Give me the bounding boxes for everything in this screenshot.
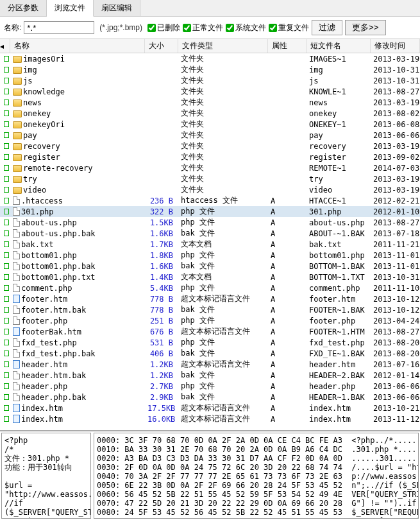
table-row[interactable]: header.htm1.2KB超文本标记语言文件Aheader.htm2013-…: [0, 359, 420, 370]
col-date[interactable]: 修改时间: [371, 39, 420, 53]
row-checkbox[interactable]: [0, 230, 9, 236]
row-checkbox[interactable]: [0, 340, 9, 345]
table-row[interactable]: onekeyOri文件夹ONEKEY~12013-06-08 1: [0, 119, 420, 130]
col-name[interactable]: 名称: [10, 39, 145, 53]
row-checkbox[interactable]: [0, 383, 9, 389]
row-checkbox[interactable]: [0, 285, 9, 291]
table-row[interactable]: onekey文件夹onekey2013-08-02 1: [0, 108, 420, 119]
file-date: 2012-01-14 1: [369, 371, 420, 380]
row-checkbox[interactable]: [0, 241, 9, 247]
col-size[interactable]: 大小: [145, 39, 178, 53]
file-name: fxd_test.php.bak: [9, 349, 144, 358]
row-checkbox[interactable]: [0, 154, 9, 160]
table-row[interactable]: bak.txt1.7KB文本文档Abak.txt2011-11-21 1: [0, 239, 420, 250]
table-row[interactable]: comment.php5.4KBphp 文件Acomment.php2011-1…: [0, 282, 420, 293]
row-checkbox[interactable]: [0, 263, 9, 269]
file-attr: A: [267, 360, 305, 369]
row-checkbox[interactable]: [0, 318, 9, 324]
table-row[interactable]: footer.htm778 B超文本标记语言文件Afooter.htm2013-…: [0, 293, 420, 304]
col-type[interactable]: 文件类型: [178, 39, 268, 53]
table-row[interactable]: imagesOri文件夹IMAGES~12013-03-19 1: [0, 53, 420, 64]
chk-system[interactable]: 系统文件: [226, 22, 266, 33]
file-date: 2013-09-02 1: [369, 153, 420, 162]
row-checkbox[interactable]: [0, 100, 9, 105]
table-row[interactable]: bottom01.php.txt1.4KB文本文档ABOTTOM~1.TXT20…: [0, 272, 420, 282]
row-checkbox[interactable]: [0, 165, 9, 171]
row-checkbox[interactable]: [0, 405, 9, 411]
row-checkbox[interactable]: [0, 361, 9, 367]
table-row[interactable]: fxd_test.php531 Bphp 文件Afxd_test.php2013…: [0, 337, 420, 348]
row-checkbox[interactable]: [0, 198, 9, 204]
row-checkbox[interactable]: [0, 220, 9, 225]
col-expand[interactable]: ◂: [0, 39, 10, 53]
table-row[interactable]: footer.htm.bak778 Bbak 文件AFOOTER~1.BAK20…: [0, 304, 420, 315]
row-checkbox[interactable]: [0, 416, 9, 422]
file-attr: A: [267, 251, 305, 260]
table-row[interactable]: index.htm16.0KB超文本标记语言文件Aindex.htm2013-1…: [0, 413, 420, 424]
table-row[interactable]: fxd_test.php.bak406 Bbak 文件AFXD_TE~1.BAK…: [0, 348, 420, 359]
row-checkbox[interactable]: [0, 56, 9, 62]
table-row[interactable]: register文件夹register2013-09-02 1: [0, 152, 420, 162]
row-checkbox[interactable]: [0, 252, 9, 258]
row-checkbox[interactable]: [0, 143, 9, 149]
row-checkbox[interactable]: [0, 176, 9, 182]
table-row[interactable]: remote-recovery文件夹REMOTE~12014-07-03 1: [0, 162, 420, 173]
table-row[interactable]: news文件夹news2013-03-19 1: [0, 97, 420, 108]
table-row[interactable]: about-us.php1.5KBphp 文件Aabout-us.php2013…: [0, 217, 420, 228]
row-checkbox[interactable]: [0, 209, 9, 214]
row-checkbox[interactable]: [0, 274, 9, 280]
chk-deleted[interactable]: 已删除: [147, 22, 180, 33]
row-checkbox[interactable]: [0, 372, 9, 378]
file-name: footerBak.htm: [9, 327, 144, 336]
table-row[interactable]: try文件夹try2013-03-19 1: [0, 173, 420, 184]
row-checkbox[interactable]: [0, 307, 9, 313]
chk-normal[interactable]: 正常文件: [183, 22, 223, 33]
table-row[interactable]: 301.php322 Bphp 文件A301.php2012-01-10 1: [0, 206, 420, 217]
row-checkbox[interactable]: [0, 296, 9, 302]
tab-0[interactable]: 分区参数: [0, 0, 47, 16]
tab-1[interactable]: 浏览文件: [47, 0, 94, 17]
table-row[interactable]: header.php.bak2.9KBbak 文件AHEADER~1.BAK20…: [0, 392, 420, 403]
table-row[interactable]: img文件夹img2013-10-31 1: [0, 64, 420, 75]
file-name: try: [9, 175, 144, 184]
col-attr[interactable]: 属性: [268, 39, 307, 53]
info-box[interactable]: <?php /* 文件：301.php * 功能：用于301转向 $url = …: [1, 433, 91, 519]
filter-button[interactable]: 过滤: [312, 20, 342, 35]
name-input[interactable]: [24, 21, 94, 34]
row-checkbox[interactable]: [0, 67, 9, 73]
row-checkbox[interactable]: [0, 89, 9, 94]
table-row[interactable]: pay文件夹pay2013-06-06 1: [0, 130, 420, 141]
table-row[interactable]: footerBak.htm676 B超文本标记语言文件AFOOTER~1.HTM…: [0, 326, 420, 337]
file-date: 2013-03-19 1: [369, 55, 420, 64]
row-checkbox[interactable]: [0, 329, 9, 334]
table-row[interactable]: js文件夹js2013-10-31 1: [0, 75, 420, 86]
hex-box[interactable]: 0000: 3C 3F 70 68 70 0D 0A 2F 2A 0D 0A C…: [94, 433, 419, 519]
row-checkbox[interactable]: [0, 110, 9, 116]
table-row[interactable]: bottom01.php1.8KBphp 文件Abottom01.php2013…: [0, 250, 420, 261]
folder-icon: [13, 100, 22, 107]
table-row[interactable]: knowledge文件夹KNOWLE~12013-08-27 1: [0, 86, 420, 97]
row-checkbox[interactable]: [0, 351, 9, 356]
row-checkbox[interactable]: [0, 132, 9, 138]
table-row[interactable]: recovery文件夹recovery2013-03-19 1: [0, 141, 420, 152]
table-row[interactable]: about-us.php.bak1.6KBbak 文件AABOUT-~1.BAK…: [0, 228, 420, 239]
row-checkbox[interactable]: [0, 78, 9, 83]
row-checkbox[interactable]: [0, 187, 9, 193]
row-checkbox[interactable]: [0, 394, 9, 400]
table-row[interactable]: footer.php251 Bphp 文件Afooter.php2013-04-…: [0, 315, 420, 326]
more-button[interactable]: 更多>>: [345, 20, 386, 35]
chk-repeat[interactable]: 重复文件: [269, 22, 309, 33]
table-row[interactable]: header.php2.7KBphp 文件Aheader.php2013-06-…: [0, 381, 420, 392]
table-row[interactable]: .htaccess236 Bhtaccess 文件AHTACCE~12012-0…: [0, 195, 420, 206]
row-checkbox[interactable]: [0, 121, 9, 127]
file-name: recovery: [9, 142, 144, 151]
col-short[interactable]: 短文件名: [307, 39, 371, 53]
tab-2[interactable]: 扇区编辑: [94, 0, 140, 16]
file-date: 2013-11-01 1: [369, 262, 420, 271]
table-row[interactable]: index.htm17.5KB超文本标记语言文件Aindex.htm2013-1…: [0, 403, 420, 413]
table-row[interactable]: bottom01.php.bak1.6KBbak 文件ABOTTOM~1.BAK…: [0, 261, 420, 272]
file-list[interactable]: imagesOri文件夹IMAGES~12013-03-19 1img文件夹im…: [0, 53, 420, 430]
table-row[interactable]: header.htm.bak1.2KBbak 文件AHEADER~2.BAK20…: [0, 370, 420, 381]
folder-icon: [13, 56, 22, 63]
table-row[interactable]: video文件夹video2013-03-19 1: [0, 184, 420, 195]
